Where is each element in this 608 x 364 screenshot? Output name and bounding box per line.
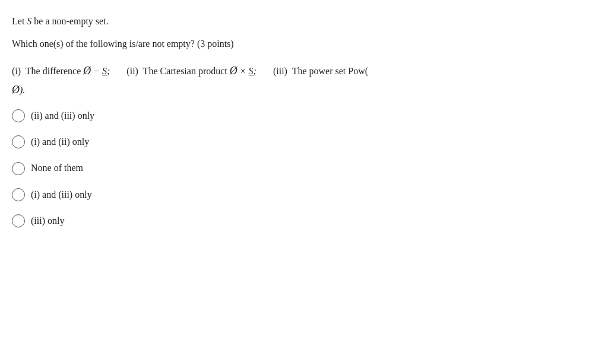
option-label-5: (iii) only bbox=[31, 214, 64, 227]
options-list: (ii) and (iii) only (i) and (ii) only No… bbox=[12, 109, 582, 228]
intro-text: Let S be a non-empty set. bbox=[12, 14, 582, 29]
option-item[interactable]: (ii) and (iii) only bbox=[12, 109, 582, 122]
part-i-symbol: Ø bbox=[83, 62, 91, 80]
option-label-4: (i) and (iii) only bbox=[31, 188, 92, 201]
part-ii-expr: × S; bbox=[240, 63, 256, 79]
parts-line: (i) The difference Ø − S; (ii) The Carte… bbox=[12, 62, 582, 80]
part-ii-symbol: Ø bbox=[230, 62, 238, 80]
part-i-spacer bbox=[112, 63, 124, 79]
radio-circle-5[interactable] bbox=[12, 214, 25, 227]
part-ii-spacer bbox=[259, 63, 271, 79]
radio-circle-2[interactable] bbox=[12, 135, 25, 148]
option-label-3: None of them bbox=[31, 162, 83, 175]
question-text: Which one(s) of the following is/are not… bbox=[12, 37, 582, 51]
option-item[interactable]: (i) and (iii) only bbox=[12, 188, 582, 201]
option-item[interactable]: None of them bbox=[12, 162, 582, 175]
radio-circle-4[interactable] bbox=[12, 188, 25, 201]
part-i-label: (i) The difference bbox=[12, 63, 81, 79]
part-i-expr: − S; bbox=[93, 63, 110, 79]
option-item[interactable]: (iii) only bbox=[12, 214, 582, 227]
parts-continuation: Ø). bbox=[12, 84, 582, 96]
radio-circle-3[interactable] bbox=[12, 162, 25, 175]
option-label-2: (i) and (ii) only bbox=[31, 135, 89, 148]
option-item[interactable]: (i) and (ii) only bbox=[12, 135, 582, 148]
part-ii-label: (ii) The Cartesian product bbox=[126, 63, 227, 79]
option-label-1: (ii) and (iii) only bbox=[31, 109, 94, 122]
part-iii-label: (iii) The power set Pow( bbox=[273, 63, 368, 79]
question-block: Let S be a non-empty set. Which one(s) o… bbox=[12, 14, 582, 228]
radio-circle-1[interactable] bbox=[12, 109, 25, 122]
